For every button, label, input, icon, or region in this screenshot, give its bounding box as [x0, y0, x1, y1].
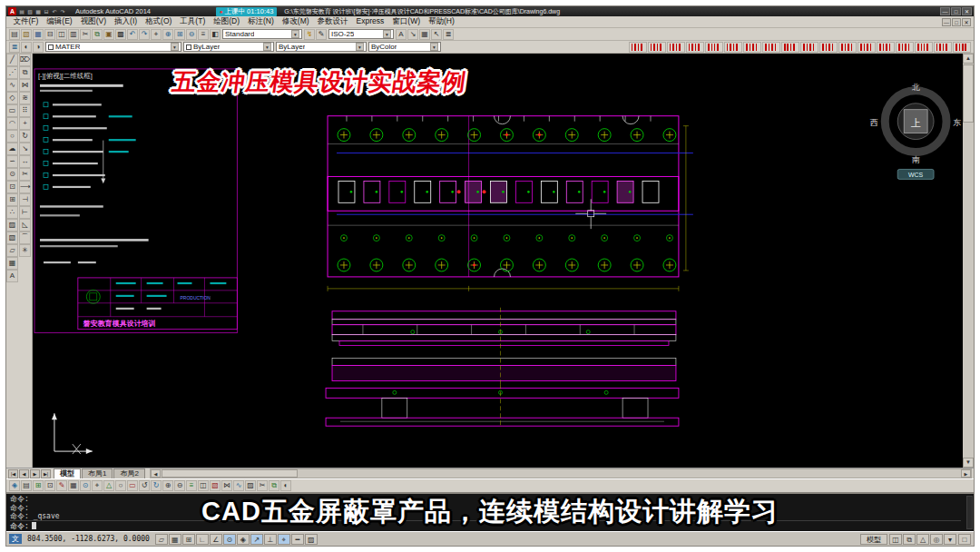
vertical-scrollbar[interactable]: ▲ ▼ — [963, 54, 974, 468]
presscad-tool-icon[interactable] — [838, 42, 857, 53]
multiline-text-icon[interactable]: A — [6, 270, 18, 282]
hatch-icon[interactable]: ▨ — [6, 219, 18, 232]
menu-parametric-design[interactable]: 参数设计 — [313, 16, 352, 27]
menu-window[interactable]: 窗口(W) — [388, 16, 425, 27]
menu-help[interactable]: 帮助(H) — [425, 16, 459, 27]
bottom-tool-icon[interactable]: ⊞ — [33, 480, 44, 491]
qat-redo-icon[interactable]: ↷ — [59, 8, 66, 15]
open-icon[interactable]: ▧ — [21, 29, 32, 40]
match-properties-icon[interactable]: ▩ — [115, 29, 126, 40]
array-icon[interactable]: ⠿ — [19, 104, 31, 117]
osnap3d-toggle[interactable]: ◈ — [237, 534, 250, 545]
scale-icon[interactable]: ↘ — [19, 143, 31, 155]
presscad-tool-icon[interactable] — [896, 42, 914, 53]
qat-open-icon[interactable]: ▧ — [26, 8, 34, 15]
layer-isolate-icon[interactable]: ◐ — [21, 42, 32, 53]
layer-states-icon[interactable]: ≣ — [443, 29, 454, 40]
rectangle-icon[interactable]: ▭ — [6, 104, 18, 117]
presscad-tool-icon[interactable] — [762, 42, 780, 53]
copy-icon[interactable]: ⧉ — [19, 66, 31, 79]
undo-icon[interactable]: ↶ — [127, 29, 138, 40]
ducs-toggle[interactable]: ⊥ — [264, 534, 277, 545]
menu-view[interactable]: 视图(V) — [76, 16, 110, 27]
zoom-window-icon[interactable]: ⊞ — [174, 29, 185, 40]
copy-clip-icon[interactable]: ⧉ — [92, 29, 103, 40]
tab-layout2[interactable]: 布局2 — [113, 468, 144, 478]
menu-express[interactable]: Express — [352, 16, 388, 27]
horizontal-scroll-thumb[interactable] — [162, 469, 298, 478]
presscad-tool-icon[interactable] — [667, 42, 685, 53]
bottom-tool-icon[interactable]: ⊖ — [174, 480, 185, 491]
annotation-scale-icon[interactable]: △ — [916, 534, 929, 545]
qat-save-icon[interactable]: ▦ — [34, 8, 42, 15]
bottom-tool-icon[interactable]: ◐ — [280, 480, 291, 491]
scroll-left-icon[interactable]: ◀ — [151, 469, 161, 478]
vertical-scroll-thumb[interactable] — [963, 64, 974, 123]
menu-dimension[interactable]: 标注(N) — [244, 16, 279, 27]
quickprops-toggle[interactable]: ▨ — [305, 534, 318, 545]
workspace-switch-icon[interactable]: ◎ — [930, 534, 943, 545]
zoom-realtime-icon[interactable]: ⊕ — [162, 29, 173, 40]
polar-toggle[interactable]: ∠ — [210, 534, 222, 545]
offset-icon[interactable]: ≋ — [19, 92, 31, 104]
horizontal-scrollbar[interactable]: ◀ ▶ — [150, 468, 972, 478]
clean-screen-button[interactable]: □ — [958, 534, 971, 545]
rotate-icon[interactable]: ↻ — [19, 130, 31, 143]
style-combo[interactable]: Standard ▾ — [222, 29, 302, 39]
layer-properties-icon[interactable]: ≣ — [9, 42, 20, 53]
viewcube-east[interactable]: 东 — [954, 118, 962, 127]
cut-icon[interactable]: ✂ — [80, 29, 91, 40]
bottom-tool-icon[interactable]: ▦ — [68, 480, 79, 491]
erase-icon[interactable]: ⌦ — [19, 54, 31, 66]
presscad-tool-icon[interactable] — [800, 42, 818, 53]
qat-undo-icon[interactable]: ↶ — [51, 8, 58, 15]
status-menu-icon[interactable]: ▾ — [944, 534, 956, 545]
grid-toggle[interactable]: ⊞ — [182, 534, 195, 545]
make-block-icon[interactable]: ⊞ — [6, 193, 18, 206]
mirror-icon[interactable]: ⋈ — [19, 79, 31, 92]
pan-icon[interactable]: ⌖ — [151, 29, 162, 40]
minimize-button[interactable]: — — [940, 7, 950, 15]
new-icon[interactable]: ▤ — [9, 29, 20, 40]
construction-line-icon[interactable]: ⋰ — [6, 66, 18, 79]
qat-new-icon[interactable]: ▤ — [18, 8, 25, 15]
ortho-toggle[interactable]: ∟ — [196, 534, 209, 545]
polyline-icon[interactable]: ∿ — [6, 79, 18, 92]
menu-edit[interactable]: 编辑(E) — [43, 16, 76, 27]
dim-style-icon[interactable]: ↘ — [407, 29, 418, 40]
designcenter-icon[interactable]: ◧ — [210, 29, 220, 40]
linetype-combo[interactable]: ByLayer ▾ — [276, 42, 367, 52]
point-icon[interactable]: ∴ — [6, 206, 18, 219]
presscad-tool-icon[interactable] — [743, 42, 761, 53]
trim-icon[interactable]: ✂ — [19, 168, 31, 181]
bottom-tool-icon[interactable]: ⊙ — [80, 480, 91, 491]
layer-unisolate-icon[interactable]: ◑ — [33, 42, 44, 53]
line-icon[interactable]: ╱ — [6, 54, 18, 66]
viewcube-north[interactable]: 北 — [912, 83, 920, 92]
bottom-tool-icon[interactable]: ≡ — [186, 480, 197, 491]
bottom-tool-icon[interactable]: ↺ — [139, 480, 150, 491]
otrack-toggle[interactable]: ↗ — [250, 534, 263, 545]
polygon-icon[interactable]: ◇ — [6, 92, 18, 104]
menu-modify[interactable]: 修改(M) — [278, 16, 313, 27]
gradient-icon[interactable]: ▧ — [6, 232, 18, 244]
presscad-tool-icon[interactable] — [781, 42, 799, 53]
properties-icon[interactable]: ≡ — [198, 29, 209, 40]
quick-view-drawings-icon[interactable]: ⧉ — [903, 534, 916, 545]
presscad-tool-icon[interactable] — [648, 42, 666, 53]
region-icon[interactable]: ▱ — [6, 244, 18, 257]
menu-draw[interactable]: 绘图(D) — [210, 16, 244, 27]
explode-icon[interactable]: ✳ — [19, 244, 31, 257]
table-icon[interactable]: ▦ — [6, 257, 18, 270]
plot-icon[interactable]: ⊟ — [44, 29, 55, 40]
next-tab-button[interactable]: ▶ — [30, 469, 40, 478]
viewcube[interactable]: 上 北 南 西 东 WCS — [870, 83, 962, 180]
redo-icon[interactable]: ↷ — [139, 29, 150, 40]
presscad-tool-icon[interactable] — [629, 42, 647, 53]
bottom-tool-icon[interactable]: ⋈ — [221, 480, 232, 491]
text-style-icon[interactable]: A — [396, 29, 407, 40]
mdi-minimize-button[interactable]: — — [942, 18, 951, 26]
bottom-tool-icon[interactable]: ↻ — [151, 480, 162, 491]
bottom-tool-icon[interactable]: △ — [103, 480, 114, 491]
bottom-tool-icon[interactable]: ⊡ — [44, 480, 55, 491]
